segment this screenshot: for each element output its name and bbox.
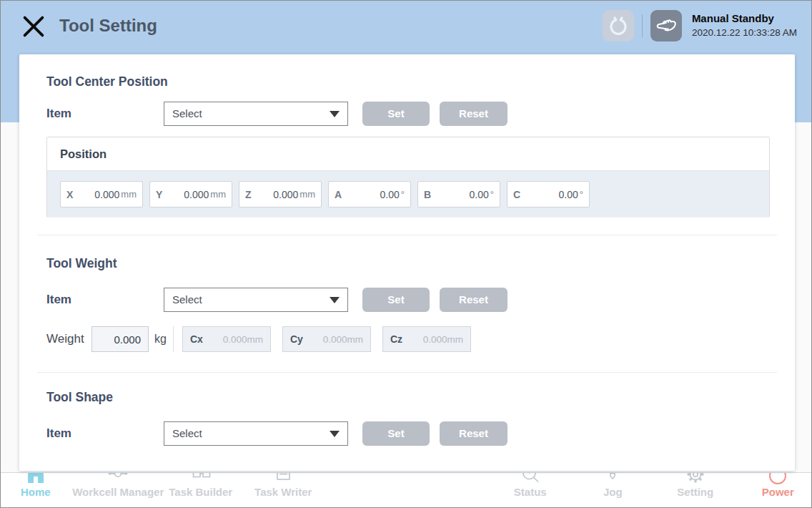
manual-hand-icon bbox=[655, 16, 678, 35]
field-value: 0.000 bbox=[323, 334, 347, 345]
field-value: 0.000 bbox=[184, 189, 209, 200]
field-value: 0.00 bbox=[380, 189, 400, 200]
nav-item-workcell-manager[interactable]: Workcell Manager bbox=[77, 473, 160, 507]
nav-group-right: Status Jog bbox=[489, 473, 811, 507]
weight-input[interactable]: 0.000 bbox=[91, 326, 149, 352]
task-builder-icon bbox=[190, 472, 212, 485]
nav-item-task-writer[interactable]: Task Writer bbox=[242, 473, 325, 507]
weight-unit: kg bbox=[154, 326, 167, 352]
field-unit: ° bbox=[580, 189, 583, 200]
shape-reset-button[interactable]: Reset bbox=[440, 421, 508, 446]
shape-item-label: Item bbox=[46, 421, 71, 446]
header-status-cluster: Manual Standby 2020.12.22 10:33:28 AM bbox=[603, 10, 797, 41]
weight-divider bbox=[173, 326, 174, 352]
page-title: Tool Setting bbox=[59, 16, 157, 36]
nav-label: Task Builder bbox=[169, 486, 232, 498]
tcp-item-select[interactable]: Select bbox=[164, 102, 348, 126]
field-label: Y bbox=[156, 189, 162, 200]
position-field-y: Y 0.000 mm bbox=[149, 181, 232, 207]
gripper-status-button[interactable] bbox=[603, 10, 634, 41]
weight-select-value: Select bbox=[172, 288, 202, 311]
tcp-reset-button[interactable]: Reset bbox=[440, 102, 508, 126]
field-label: C bbox=[513, 189, 520, 200]
nav-label: Setting bbox=[677, 486, 713, 498]
cog-field-cx[interactable]: Cx 0.000 mm bbox=[182, 326, 271, 352]
nav-item-home[interactable]: Home bbox=[1, 473, 77, 507]
nav-label: Home bbox=[21, 486, 51, 498]
chevron-down-icon bbox=[330, 297, 340, 303]
tool-setting-dialog: Tool Center Position Item Select Set Res… bbox=[19, 54, 795, 471]
nav-label: Power bbox=[762, 486, 794, 498]
cog-field-cz[interactable]: Cz 0.000 mm bbox=[382, 326, 471, 352]
tool-center-position-title: Tool Center Position bbox=[46, 74, 168, 89]
nav-item-power[interactable]: Power bbox=[737, 473, 812, 507]
nav-group-left: Home Workcell Manager bbox=[1, 473, 325, 507]
setting-icon bbox=[685, 472, 706, 485]
tool-shape-title: Tool Shape bbox=[46, 390, 113, 405]
weight-label: Weight bbox=[46, 326, 84, 352]
nav-item-status[interactable]: Status bbox=[489, 473, 572, 507]
header-bar: Tool Setting Manual Stand bbox=[1, 1, 811, 52]
field-label: B bbox=[424, 189, 431, 200]
position-field-a: A 0.00 ° bbox=[328, 181, 411, 207]
shape-set-button[interactable]: Set bbox=[362, 421, 430, 446]
field-unit: mm bbox=[121, 189, 137, 200]
nav-label: Task Writer bbox=[254, 486, 312, 498]
nav-label: Status bbox=[514, 486, 547, 498]
jog-icon bbox=[602, 472, 623, 485]
weight-set-button[interactable]: Set bbox=[362, 288, 430, 312]
field-value: 0.00 bbox=[470, 189, 489, 200]
chevron-down-icon bbox=[330, 111, 340, 117]
tool-setting-screen: Tool Setting Manual Stand bbox=[0, 0, 812, 508]
header-divider bbox=[642, 14, 643, 37]
tcp-set-button[interactable]: Set bbox=[362, 102, 430, 126]
field-label: Z bbox=[245, 189, 252, 200]
robot-mode-label: Manual Standby bbox=[692, 12, 797, 26]
field-unit: mm bbox=[299, 189, 315, 200]
field-label: Cy bbox=[290, 333, 303, 345]
nav-item-jog[interactable]: Jog bbox=[572, 473, 655, 507]
field-unit: mm bbox=[247, 334, 264, 345]
close-icon bbox=[21, 14, 46, 39]
position-values-row: X 0.000 mm Y 0.000 mm Z 0.000 mm A 0.00 bbox=[47, 171, 769, 218]
workcell-manager-icon bbox=[107, 472, 129, 485]
field-label: X bbox=[66, 189, 73, 200]
nav-item-task-builder[interactable]: Task Builder bbox=[159, 473, 242, 507]
position-field-b: B 0.00 ° bbox=[417, 181, 500, 207]
close-button[interactable] bbox=[21, 14, 46, 39]
weight-item-label: Item bbox=[46, 288, 71, 312]
nav-item-setting[interactable]: Setting bbox=[654, 473, 737, 507]
power-icon bbox=[767, 472, 788, 485]
tcp-select-value: Select bbox=[172, 102, 202, 125]
position-panel-title: Position bbox=[47, 137, 769, 171]
cog-field-cy[interactable]: Cy 0.000 mm bbox=[282, 326, 371, 352]
field-unit: mm bbox=[210, 189, 226, 200]
field-label: Cz bbox=[390, 333, 402, 345]
home-icon bbox=[25, 472, 46, 485]
nav-label: Jog bbox=[603, 486, 623, 498]
bottom-nav-bar: Home Workcell Manager bbox=[1, 472, 811, 507]
field-label: Cx bbox=[190, 333, 203, 345]
nav-label: Workcell Manager bbox=[72, 486, 164, 498]
manual-mode-button[interactable] bbox=[650, 10, 682, 41]
gripper-icon bbox=[608, 15, 629, 36]
robot-status: Manual Standby 2020.12.22 10:33:28 AM bbox=[692, 12, 797, 39]
shape-item-select[interactable]: Select bbox=[164, 421, 348, 446]
field-value: 0.000 bbox=[223, 334, 247, 345]
section-divider bbox=[37, 372, 777, 373]
field-unit: ° bbox=[490, 189, 494, 200]
weight-reset-button[interactable]: Reset bbox=[440, 288, 508, 312]
field-value: 0.000 bbox=[423, 334, 447, 345]
tool-weight-title: Tool Weight bbox=[46, 256, 117, 271]
position-field-c: C 0.00 ° bbox=[507, 181, 590, 207]
task-writer-icon bbox=[272, 472, 294, 485]
field-value: 0.00 bbox=[559, 189, 578, 200]
field-value: 0.000 bbox=[273, 189, 298, 200]
position-panel: Position X 0.000 mm Y 0.000 mm Z 0.000 m… bbox=[46, 137, 770, 218]
status-timestamp: 2020.12.22 10:33:28 AM bbox=[692, 27, 797, 39]
field-unit: mm bbox=[347, 334, 364, 345]
chevron-down-icon bbox=[330, 431, 340, 437]
field-value: 0.000 bbox=[94, 189, 119, 200]
field-unit: ° bbox=[401, 189, 405, 200]
weight-item-select[interactable]: Select bbox=[164, 288, 348, 312]
